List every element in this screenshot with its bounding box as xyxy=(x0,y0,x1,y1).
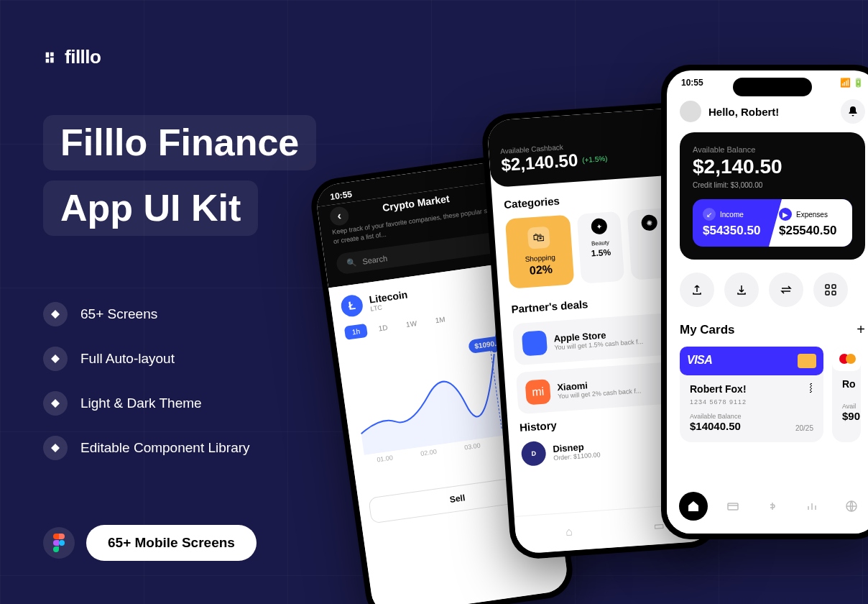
more-button[interactable] xyxy=(813,273,848,307)
xiaomi-icon: mi xyxy=(525,379,551,405)
card-brand: VISA xyxy=(687,354,712,367)
grid-icon xyxy=(824,283,837,296)
beauty-icon: ✦ xyxy=(591,218,607,234)
feature-list: 65+ Screens Full Auto-layout Light & Dar… xyxy=(43,302,250,460)
brand-name: filllo xyxy=(65,46,101,68)
status-time: 10:55 xyxy=(330,189,353,202)
feature-item: Full Auto-layout xyxy=(43,347,250,371)
avatar[interactable] xyxy=(680,101,701,122)
back-button[interactable]: ‹ xyxy=(329,206,350,226)
greeting: Hello, Robert! xyxy=(708,106,779,118)
x-tick: 02.00 xyxy=(420,448,438,457)
figma-icon xyxy=(43,527,75,559)
feature-item: Editable Component Library xyxy=(43,436,250,460)
diamond-icon xyxy=(43,436,68,460)
income-label: Income xyxy=(720,211,744,219)
expenses-box[interactable]: ▶Expenses $25540.50 xyxy=(769,199,852,247)
card-number: 1234 5678 9112 xyxy=(690,398,813,406)
chart-icon xyxy=(805,500,818,513)
status-icons-right: 📶 🔋 xyxy=(840,78,864,88)
nav-cards[interactable] xyxy=(719,492,747,521)
badge-row: 65+ Mobile Screens xyxy=(43,525,257,561)
nav-globe[interactable] xyxy=(837,492,866,521)
screen-title: Crypto Market xyxy=(382,193,450,214)
income-box[interactable]: ↙Income $54350.50 xyxy=(693,199,776,247)
category-beauty[interactable]: ✦ Beauty 1.5% xyxy=(577,211,625,284)
card-balance-label: Available Balance xyxy=(690,413,741,420)
feature-label: Editable Component Library xyxy=(80,440,250,456)
section-categories: Categories xyxy=(504,186,678,211)
balance-amount: $2,140.50 xyxy=(693,155,852,178)
svg-rect-4 xyxy=(826,291,829,295)
badge-pill: 65+ Mobile Screens xyxy=(86,525,257,561)
bell-icon xyxy=(847,106,859,117)
globe-icon xyxy=(845,500,858,513)
brand-logo: filllo xyxy=(43,46,101,68)
diamond-icon xyxy=(43,347,68,371)
receive-button[interactable] xyxy=(724,273,759,307)
expenses-label: Expenses xyxy=(796,211,828,219)
card-icon xyxy=(726,500,739,513)
x-tick: 01.00 xyxy=(377,454,394,464)
diamond-icon xyxy=(43,302,68,326)
disney-icon: D xyxy=(521,441,547,467)
chip-icon xyxy=(798,354,816,368)
contactless-icon: ⸾ xyxy=(808,383,813,395)
section-my-cards: My Cards xyxy=(680,323,735,337)
home-icon xyxy=(687,500,700,513)
feature-label: 65+ Screens xyxy=(80,306,157,322)
credit-card-partial[interactable]: Ro Avail $90 xyxy=(832,347,861,442)
status-time: 10:55 xyxy=(681,78,703,88)
send-button[interactable] xyxy=(680,273,714,307)
nav-home-icon[interactable]: ⌂ xyxy=(558,521,580,543)
category-pct: 1.5% xyxy=(585,247,617,259)
brand-mark xyxy=(43,50,59,65)
svg-rect-5 xyxy=(832,291,836,295)
rewards-icon: ✺ xyxy=(641,214,657,231)
nav-home[interactable] xyxy=(679,492,708,521)
card-holder: Ro xyxy=(842,378,851,390)
x-tick: 03.00 xyxy=(464,442,481,452)
notification-button[interactable] xyxy=(841,99,865,124)
phone-dashboard: 10:55 📶 🔋 Hello, Robert! Available Balan… xyxy=(661,65,868,539)
category-name: Beauty xyxy=(584,239,617,247)
headline-line-2: App UI Kit xyxy=(43,180,258,236)
shopping-icon: 🛍 xyxy=(527,226,550,250)
card-expiry: 20/25 xyxy=(795,424,813,432)
range-tab[interactable]: 1M xyxy=(428,311,453,329)
cashback-amount: $2,140.50 xyxy=(501,150,578,175)
swap-icon xyxy=(780,283,793,296)
apple-icon xyxy=(522,330,548,356)
balance-card: Available Balance $2,140.50 Credit limit… xyxy=(680,132,865,260)
feature-label: Light & Dark Theme xyxy=(80,395,202,411)
download-icon xyxy=(735,283,748,296)
nav-stats[interactable] xyxy=(798,492,826,521)
category-shopping[interactable]: 🛍 Shopping 02% xyxy=(505,215,575,289)
cashback-pct: (+1.5%) xyxy=(582,154,608,163)
category-pct: 02% xyxy=(517,262,565,278)
card-holder: Robert Fox! xyxy=(690,383,747,395)
svg-rect-3 xyxy=(832,285,836,288)
feature-item: 65+ Screens xyxy=(43,302,250,326)
income-value: $54350.50 xyxy=(703,224,766,238)
card-balance: $90 xyxy=(842,410,851,422)
tab-bar xyxy=(667,483,868,534)
headline: Filllo Finance App UI Kit xyxy=(43,115,316,246)
expenses-value: $25540.50 xyxy=(779,224,842,238)
svg-rect-2 xyxy=(826,285,829,288)
nav-wallet[interactable] xyxy=(758,492,787,521)
wallet-icon xyxy=(766,500,779,513)
range-tab[interactable]: 1W xyxy=(398,316,425,333)
range-tab[interactable]: 1D xyxy=(371,320,396,337)
card-balance: $14040.50 xyxy=(690,420,741,432)
add-card-button[interactable]: + xyxy=(857,321,865,338)
expenses-icon: ▶ xyxy=(779,208,792,221)
search-placeholder: Search xyxy=(362,254,388,266)
credit-card[interactable]: VISA Robert Fox! ⸾ 1234 5678 9112 Availa… xyxy=(680,347,823,442)
income-icon: ↙ xyxy=(703,208,716,221)
range-tab[interactable]: 1h xyxy=(344,324,368,340)
dynamic-island xyxy=(733,78,812,96)
action-row xyxy=(680,273,865,307)
svg-point-0 xyxy=(59,540,65,546)
transfer-button[interactable] xyxy=(769,273,803,307)
